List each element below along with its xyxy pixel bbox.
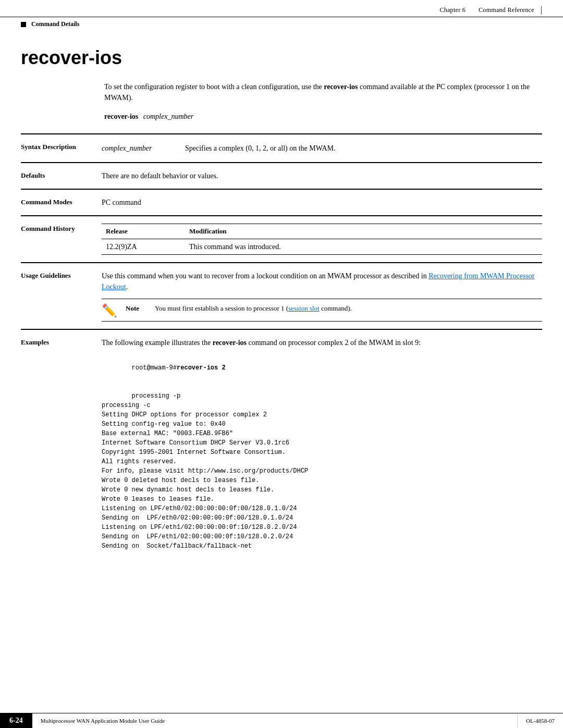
note-label: Note (126, 303, 146, 314)
defaults-section: Defaults There are no default behavior o… (21, 162, 542, 189)
usage-guidelines-text: Use this command when you want to recove… (102, 270, 542, 292)
example-intro-after: command on processor complex 2 of the MW… (247, 339, 421, 347)
syntax-description-content: complex_number Specifies a complex (0, 1… (102, 142, 542, 155)
syntax-description-label: Syntax Description (21, 142, 102, 155)
page-header: Chapter 6 Command Reference | (0, 0, 563, 17)
intro-paragraph: To set the configuration register to boo… (104, 81, 542, 103)
examples-section: Examples The following example illustrat… (21, 329, 542, 567)
examples-label: Examples (21, 337, 102, 560)
header-section: Command Reference (479, 6, 534, 14)
header-chapter: Chapter 6 (439, 6, 466, 14)
note-after-link: command). (320, 304, 352, 312)
defaults-label: Defaults (21, 170, 102, 181)
note-before-link: You must first establish a session to pr… (155, 304, 288, 312)
history-data-row: 12.2(9)ZAThis command was introduced. (102, 239, 542, 254)
syntax-param: complex_number (102, 142, 185, 155)
command-history-label: Command History (21, 224, 102, 255)
breadcrumb-icon (21, 22, 26, 27)
usage-guidelines-section: Usage Guidelines Use this command when y… (21, 262, 542, 329)
example-bold-command: recover-ios (213, 339, 247, 347)
command-modes-text: PC command (102, 197, 542, 208)
syntax-table: complex_number Specifies a complex (0, 1… (102, 142, 542, 155)
intro-text-before: To set the configuration register to boo… (104, 83, 324, 91)
col-release: Release (102, 224, 185, 239)
syntax-row: complex_number Specifies a complex (0, 1… (102, 142, 542, 155)
session-slot-link[interactable]: session slot (288, 304, 320, 312)
command-syntax-line: recover-ios complex_number (104, 113, 542, 121)
syntax-command-bold: recover-ios (104, 113, 138, 120)
code-block: root@mwam-9#recover-ios 2 processing -p … (102, 354, 542, 560)
examples-content: The following example illustrates the re… (102, 337, 542, 560)
command-modes-section: Command Modes PC command (21, 189, 542, 215)
command-modes-label: Command Modes (21, 197, 102, 208)
history-header-row: Release Modification (102, 224, 542, 239)
footer-doc-number: OL-4858-07 (517, 713, 563, 728)
usage-text-after-link: . (126, 283, 128, 291)
command-history-content: Release Modification 12.2(9)ZAThis comma… (102, 224, 542, 255)
page-title: recover-ios (21, 47, 542, 69)
syntax-description-section: Syntax Description complex_number Specif… (21, 133, 542, 162)
usage-guidelines-label: Usage Guidelines (21, 270, 102, 322)
main-content: recover-ios To set the configuration reg… (0, 31, 563, 599)
usage-guidelines-content: Use this command when you want to recove… (102, 270, 542, 322)
command-history-section: Command History Release Modification 12.… (21, 215, 542, 262)
note-box: ✏️ Note You must first establish a sessi… (102, 299, 542, 322)
page-footer: 6-24 Multiprocessor WAN Application Modu… (0, 713, 563, 728)
code-command: recover-ios 2 (177, 364, 226, 372)
footer-doc-title: Multiprocessor WAN Application Module Us… (32, 713, 517, 728)
syntax-param-italic: complex_number (143, 113, 193, 120)
col-modification: Modification (185, 224, 542, 239)
breadcrumb-text: Command Details (31, 20, 79, 28)
history-release: 12.2(9)ZA (102, 239, 185, 254)
example-intro-before: The following example illustrates the (102, 339, 213, 347)
history-modification: This command was introduced. (185, 239, 542, 254)
pencil-icon: ✏️ (102, 304, 117, 317)
breadcrumb: Command Details (0, 17, 563, 31)
usage-text-before-link: Use this command when you want to recove… (102, 272, 429, 280)
note-text: You must first establish a session to pr… (155, 303, 352, 314)
syntax-desc: Specifies a complex (0, 1, 2, or all) on… (185, 142, 542, 155)
footer-page-number: 6-24 (0, 713, 32, 728)
intro-bold-word: recover-ios (324, 83, 358, 91)
example-intro: The following example illustrates the re… (102, 337, 542, 349)
defaults-text: There are no default behavior or values. (102, 170, 542, 181)
code-prompt: root@mwam-9# (132, 364, 177, 372)
code-output: processing -p processing -c Setting DHCP… (102, 392, 308, 550)
history-table: Release Modification 12.2(9)ZAThis comma… (102, 224, 542, 255)
